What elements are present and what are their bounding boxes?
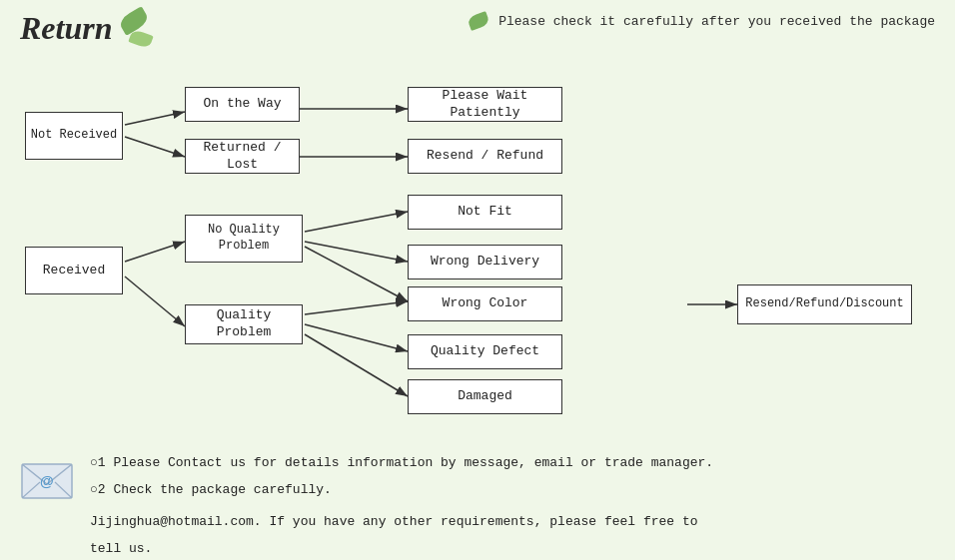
svg-text:@: @ [40, 473, 54, 489]
box-on-the-way: On the Way [185, 87, 300, 122]
page-title: Return [20, 10, 112, 47]
svg-line-8 [305, 242, 408, 262]
header-note: Please check it carefully after you rece… [498, 10, 935, 29]
box-please-wait: Please Wait Patiently [408, 87, 562, 122]
svg-line-5 [125, 242, 185, 262]
svg-line-10 [305, 324, 408, 351]
svg-line-6 [125, 277, 185, 326]
email-line: Jijinghua@hotmail.com. If you have any o… [90, 510, 713, 533]
box-damaged: Damaged [408, 379, 562, 414]
svg-line-11 [305, 334, 408, 396]
header-right: Please check it carefully after you rece… [469, 10, 935, 29]
leaf-icon-small [467, 11, 490, 31]
svg-line-2 [125, 137, 185, 157]
svg-line-7 [305, 212, 408, 232]
box-resend-refund-top: Resend / Refund [408, 139, 562, 174]
bottom-section: @ ○1 Please Contact us for details infor… [20, 446, 935, 560]
contact-point-2: ○2 Check the package carefully. [90, 478, 713, 501]
envelope-icon: @ [20, 456, 75, 501]
page-container: Return Please check it carefully after y… [0, 0, 955, 560]
box-received: Received [25, 247, 123, 294]
email-line-2: tell us. [90, 537, 713, 560]
box-returned-lost: Returned / Lost [185, 139, 300, 174]
box-quality-defect: Quality Defect [408, 334, 562, 369]
flowchart: Not Received On the Way Returned / Lost … [20, 57, 935, 436]
title-area: Return [20, 10, 152, 47]
leaf-decoration [120, 12, 152, 46]
box-not-received: Not Received [25, 112, 123, 160]
box-wrong-delivery: Wrong Delivery [408, 245, 562, 280]
box-no-quality-problem: No Quality Problem [185, 215, 303, 263]
svg-line-12 [305, 301, 408, 314]
svg-line-9 [305, 247, 408, 301]
contact-point-1: ○1 Please Contact us for details informa… [90, 451, 713, 474]
header: Return Please check it carefully after y… [20, 10, 935, 47]
box-resend-refund-discount: Resend/Refund/Discount [737, 284, 912, 324]
box-quality-problem: Quality Problem [185, 304, 303, 344]
box-wrong-color: Wrong Color [408, 286, 562, 321]
leaf-icon-2 [129, 28, 154, 49]
bottom-text: ○1 Please Contact us for details informa… [90, 451, 713, 560]
svg-line-1 [125, 112, 185, 125]
box-not-fit: Not Fit [408, 195, 562, 230]
